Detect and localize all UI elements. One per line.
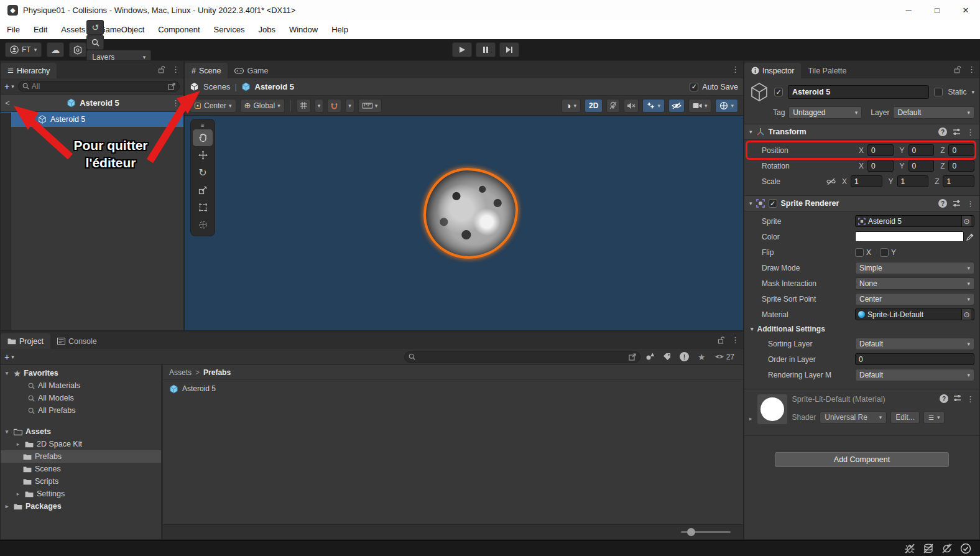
tab-game[interactable]: Game — [228, 63, 275, 78]
presets-icon[interactable] — [953, 128, 961, 136]
flip-x-checkbox[interactable] — [855, 248, 864, 257]
auto-refresh-disabled-icon[interactable] — [941, 543, 953, 554]
grid-snap-dropdown[interactable]: ▾ — [345, 99, 354, 113]
scene-viewport[interactable]: ≡ ↻ — [185, 116, 743, 330]
tree-folder-prefabs[interactable]: Prefabs — [1, 450, 161, 463]
menu-services[interactable]: Services — [207, 25, 252, 34]
static-dropdown-icon[interactable]: ▾ — [971, 89, 974, 95]
camera-settings-dropdown[interactable]: ▾ — [688, 99, 712, 113]
breadcrumb-scenes[interactable]: Scenes — [203, 82, 230, 91]
cloud-button[interactable]: ☁ — [47, 42, 64, 57]
tree-packages-root[interactable]: ▸ Packages — [1, 500, 161, 512]
kebab-menu-icon[interactable]: ⋮ — [966, 394, 974, 404]
tag-dropdown[interactable]: Untagged▾ — [788, 106, 862, 119]
gizmos-dropdown[interactable]: ▾ — [715, 99, 738, 113]
move-tool-button[interactable] — [193, 147, 213, 164]
search-everywhere-button[interactable] — [86, 35, 104, 50]
gameobject-name-field[interactable]: Asteroid 5 — [788, 85, 929, 99]
breadcrumb-current[interactable]: Asteroid 5 — [255, 82, 295, 91]
position-z-field[interactable]: 0 — [948, 144, 974, 156]
rotate-tool-button[interactable]: ↻ — [193, 164, 213, 181]
tab-inspector[interactable]: Inspector — [744, 63, 801, 78]
tree-folder-settings[interactable]: ▸ Settings — [1, 488, 161, 500]
scene-effects-toggle[interactable]: ▾ — [642, 99, 665, 113]
scale-z-field[interactable]: 1 — [943, 175, 974, 187]
kebab-menu-icon[interactable]: ⋮ — [966, 127, 974, 137]
scale-x-field[interactable]: 1 — [851, 175, 882, 187]
search-by-type-icon[interactable] — [645, 353, 654, 361]
presets-icon[interactable] — [953, 200, 961, 207]
additional-settings-foldout[interactable]: ▾ Additional Settings — [744, 322, 979, 336]
tab-tile-palette[interactable]: Tile Palette — [801, 63, 853, 78]
increment-snap-dropdown[interactable]: ▾ — [358, 99, 382, 113]
menu-component[interactable]: Component — [151, 25, 206, 34]
favorites-star-icon[interactable]: ★ — [698, 352, 706, 362]
menu-edit[interactable]: Edit — [27, 25, 54, 34]
color-swatch[interactable] — [855, 231, 964, 242]
active-checkbox[interactable]: ✓ — [774, 88, 783, 96]
object-picker-icon[interactable]: ⊙ — [961, 216, 971, 226]
kebab-menu-icon[interactable]: ⋮ — [731, 335, 739, 345]
tab-project[interactable]: Project — [1, 333, 50, 349]
open-window-icon[interactable] — [629, 353, 636, 361]
scene-visibility-toggle[interactable] — [668, 99, 685, 113]
grid-visibility-dropdown[interactable]: ▾ — [315, 99, 324, 113]
add-component-button[interactable]: Add Component — [775, 452, 949, 467]
constrain-proportions-off-icon[interactable] — [826, 178, 836, 185]
presets-icon[interactable] — [953, 394, 961, 402]
component-enabled-checkbox[interactable]: ✓ — [769, 199, 777, 208]
menu-window[interactable]: Window — [282, 25, 325, 34]
kebab-menu-icon[interactable]: ⋮ — [731, 65, 739, 74]
rotation-y-field[interactable]: 0 — [908, 160, 935, 172]
grid-visibility-button[interactable] — [297, 99, 311, 113]
pause-button[interactable] — [476, 42, 496, 57]
shader-dropdown[interactable]: Universal Re▾ — [820, 411, 887, 424]
tree-assets-root[interactable]: ▾ Assets — [1, 425, 161, 438]
autosave-checkbox[interactable]: ✓ — [690, 83, 698, 91]
sprite-object-field[interactable]: Asteroid 5 ⊙ — [855, 215, 974, 227]
grid-snap-button[interactable] — [327, 99, 341, 113]
pivot-mode-dropdown[interactable]: Center▾ — [190, 99, 236, 113]
project-search-input[interactable] — [404, 351, 640, 363]
close-button[interactable]: ✕ — [951, 0, 980, 20]
gameobject-cube-icon[interactable] — [749, 82, 769, 102]
scene-lighting-toggle[interactable] — [606, 99, 620, 113]
menu-jobs[interactable]: Jobs — [251, 25, 282, 34]
position-x-field[interactable]: 0 — [867, 144, 894, 156]
scale-tool-button[interactable] — [193, 182, 213, 198]
version-control-button[interactable] — [69, 42, 86, 57]
position-y-field[interactable]: 0 — [908, 144, 935, 156]
asteroid-sprite-selected[interactable] — [423, 168, 518, 259]
account-dropdown[interactable]: FT ▾ — [5, 42, 42, 57]
lock-icon[interactable] — [718, 336, 725, 344]
lock-icon[interactable] — [158, 66, 165, 73]
foldout-icon[interactable]: ▾ — [749, 129, 752, 135]
slider-handle[interactable] — [687, 528, 695, 536]
status-ok-icon[interactable] — [960, 543, 971, 554]
add-gameobject-button[interactable]: +▾ — [4, 81, 14, 91]
tree-all-models[interactable]: All Models — [1, 392, 161, 404]
menu-file[interactable]: File — [0, 25, 27, 34]
static-checkbox[interactable] — [934, 88, 943, 96]
kebab-menu-icon[interactable]: ⋮ — [968, 65, 976, 74]
undo-history-button[interactable]: ↺ — [86, 20, 104, 35]
rendering-layer-mask-dropdown[interactable]: Default▾ — [855, 369, 974, 381]
material-object-field[interactable]: Sprite-Lit-Default ⊙ — [855, 308, 974, 320]
object-picker-icon[interactable]: ⊙ — [961, 309, 971, 320]
draw-mode-dropdown[interactable]: Simple▾ — [855, 262, 974, 274]
sprite-sort-point-dropdown[interactable]: Center▾ — [855, 293, 974, 305]
play-button[interactable] — [452, 42, 472, 57]
hierarchy-search-input[interactable]: All — [18, 81, 180, 92]
hand-tool-button[interactable] — [193, 129, 213, 146]
tree-favorites[interactable]: ▾ ★ Favorites — [1, 367, 161, 379]
maximize-button[interactable]: □ — [923, 0, 951, 20]
overlay-drag-handle[interactable]: ≡ — [193, 121, 213, 129]
tree-folder-2d-space-kit[interactable]: ▸ 2D Space Kit — [1, 438, 161, 450]
asset-item-asteroid5[interactable]: Asteroid 5 — [169, 382, 737, 395]
rect-tool-button[interactable] — [193, 199, 213, 216]
help-icon[interactable]: ? — [938, 199, 947, 208]
material-preview-thumbnail[interactable] — [757, 394, 787, 424]
rotation-z-field[interactable]: 0 — [948, 160, 974, 172]
sprite-renderer-header[interactable]: ▾ ✓ Sprite Renderer ? ⋮ — [744, 195, 979, 211]
lock-icon[interactable] — [954, 66, 961, 73]
